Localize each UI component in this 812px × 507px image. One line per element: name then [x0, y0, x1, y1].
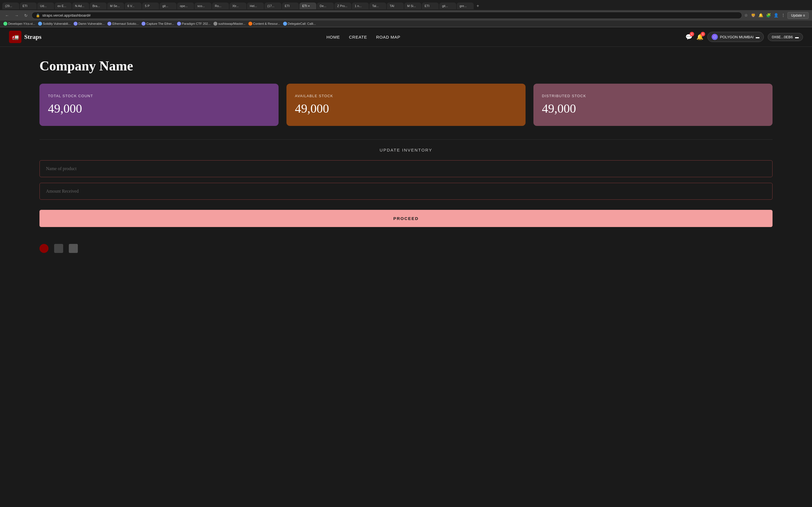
stat-label-available: AVAILABLE STOCK [295, 94, 517, 98]
tab-bar: (29... ETI Ud... ex E... N Ad... Bra... … [0, 0, 812, 10]
bookmark-1[interactable]: Developer-Y/cs-vi... [3, 22, 35, 25]
bookmark-label-1: Developer-Y/cs-vi... [8, 22, 35, 25]
bookmark-icon[interactable]: ☆ [744, 13, 748, 18]
tab-19[interactable]: De... [317, 3, 334, 9]
tab-8[interactable]: 6 V... [124, 3, 142, 9]
stat-value-available: 49,000 [295, 101, 517, 116]
footer-icon-1 [40, 244, 49, 253]
tab-11[interactable]: ope... [177, 3, 194, 9]
tab-22[interactable]: Tal... [369, 3, 386, 9]
back-button[interactable]: ← [3, 12, 11, 19]
update-button[interactable]: Update ≡ [788, 12, 809, 19]
bookmark-2[interactable]: Solidity Vulnerabili... [38, 22, 71, 25]
product-name-group [40, 160, 772, 177]
footer-icon-3 [69, 244, 78, 253]
network-icon: ⬡ [712, 34, 718, 40]
reload-button[interactable]: ↻ [22, 12, 29, 19]
browser-chrome: (29... ETI Ud... ex E... N Ad... Bra... … [0, 0, 812, 27]
stat-value-total: 49,000 [48, 101, 270, 116]
bookmark-5[interactable]: Capture The Ether... [142, 22, 174, 25]
new-tab-button[interactable]: + [474, 2, 481, 10]
stats-grid: TOTAL STOCK COUNT 49,000 AVAILABLE STOCK… [40, 83, 772, 126]
tab-2[interactable]: ETI [20, 3, 37, 9]
bookmark-icon-2 [38, 22, 42, 25]
tab-3[interactable]: Ud... [37, 3, 54, 9]
tab-active[interactable]: ETI × [299, 3, 316, 9]
nav-link-home[interactable]: HOME [326, 35, 340, 40]
bell-badge: 3 [701, 32, 705, 36]
wallet-button[interactable]: 0X6E...0EB6 ▬ [768, 33, 803, 41]
proceed-button[interactable]: PROCEED [40, 210, 772, 227]
footer-icons [0, 238, 812, 259]
logo-icon: 🚛 [12, 34, 19, 40]
bell-button[interactable]: 🔔 3 [696, 34, 703, 40]
tab-9[interactable]: 5 P [142, 3, 159, 9]
bookmarks-bar: Developer-Y/cs-vi... Solidity Vulnerabil… [0, 20, 812, 27]
product-name-input[interactable] [40, 160, 772, 177]
chat-button[interactable]: 💬 0 [686, 34, 693, 40]
tab-5[interactable]: N Ad... [72, 3, 89, 9]
nav-link-create[interactable]: CREATE [349, 35, 367, 40]
tab-21[interactable]: 1 n... [352, 3, 369, 9]
bookmark-7[interactable]: sushiswap/Master... [213, 22, 246, 25]
forward-button[interactable]: → [13, 12, 20, 19]
tab-4[interactable]: ex E... [55, 3, 71, 9]
main-content: Company Name TOTAL STOCK COUNT 49,000 AV… [0, 47, 812, 238]
toolbar-icons: ☆ 🦁 🔔 🧩 👤 ⋮ [744, 13, 785, 18]
bookmark-label-3: Damn Vulnerable... [79, 22, 105, 25]
address-bar[interactable]: 🔒 straps.vercel.app/dashboard# [32, 12, 742, 19]
tab-7[interactable]: M Se... [107, 3, 124, 9]
tab-15[interactable]: Hel... [247, 3, 264, 9]
browser-toolbar: ← → ↻ 🔒 straps.vercel.app/dashboard# ☆ 🦁… [0, 10, 812, 20]
tab-1[interactable]: (29... [2, 3, 19, 9]
nav-actions: 💬 0 🔔 3 ⬡ POLYGON MUMBAI ▬ 0X6E...0EB6 ▬ [686, 32, 803, 42]
tab-13[interactable]: Ro... [212, 3, 229, 9]
settings-icon[interactable]: ⋮ [781, 13, 785, 18]
tab-20[interactable]: Z Pro... [335, 3, 351, 9]
nav-link-roadmap[interactable]: ROAD MAP [376, 35, 400, 40]
company-name: Company Name [40, 58, 772, 73]
bookmark-6[interactable]: Paradigm CTF 202... [177, 22, 211, 25]
chat-badge: 0 [690, 32, 694, 36]
url-text: straps.vercel.app/dashboard# [42, 13, 91, 17]
tab-6[interactable]: Bra... [90, 3, 107, 9]
nav-links: HOME CREATE ROAD MAP [326, 35, 400, 40]
stat-card-available: AVAILABLE STOCK 49,000 [287, 83, 525, 126]
stat-card-distributed: DISTRIBUTED STOCK 49,000 [534, 83, 772, 126]
notification-icon[interactable]: 🔔 [758, 13, 763, 18]
bookmark-label-8: Content & Resour... [253, 22, 280, 25]
brave-shield-icon[interactable]: 🦁 [751, 13, 756, 18]
extensions-icon[interactable]: 🧩 [766, 13, 771, 18]
stat-card-total: TOTAL STOCK COUNT 49,000 [40, 83, 278, 126]
bookmark-label-4: Ethernaut Solutio... [112, 22, 139, 25]
amount-received-input[interactable] [40, 183, 772, 200]
network-button[interactable]: ⬡ POLYGON MUMBAI ▬ [707, 32, 764, 42]
bookmark-label-2: Solidity Vulnerabili... [43, 22, 71, 25]
tab-14[interactable]: Xtr... [230, 3, 246, 9]
tab-12[interactable]: sco... [195, 3, 211, 9]
tab-24[interactable]: M Si... [404, 3, 421, 9]
footer-icon-2 [54, 244, 63, 253]
tab-26[interactable]: git... [439, 3, 456, 9]
bookmark-9[interactable]: DelegateCall: Calli... [283, 22, 316, 25]
tab-17[interactable]: ETI [282, 3, 299, 9]
update-inventory-label: UPDATE INVENTORY [40, 148, 772, 152]
profile-icon[interactable]: 👤 [774, 13, 778, 18]
tab-16[interactable]: (17... [264, 3, 282, 9]
bookmark-label-5: Capture The Ether... [146, 22, 174, 25]
bookmark-8[interactable]: Content & Resour... [248, 22, 280, 25]
bookmark-label-7: sushiswap/Master... [218, 22, 246, 25]
bookmark-3[interactable]: Damn Vulnerable... [73, 22, 105, 25]
nav-title: Straps [24, 33, 42, 41]
bookmark-icon-3 [73, 22, 78, 25]
wallet-address: 0X6E...0EB6 [772, 35, 793, 39]
tab-10[interactable]: git... [160, 3, 176, 9]
bookmark-icon-9 [283, 22, 287, 25]
bookmark-icon-7 [213, 22, 217, 25]
bookmark-4[interactable]: Ethernaut Solutio... [107, 22, 139, 25]
tab-23[interactable]: TAI [387, 3, 404, 9]
tab-25[interactable]: ETI [422, 3, 439, 9]
bookmark-label-6: Paradigm CTF 202... [182, 22, 211, 25]
tab-27[interactable]: gre... [457, 3, 474, 9]
nav-brand: 🚛 Straps [9, 31, 42, 43]
